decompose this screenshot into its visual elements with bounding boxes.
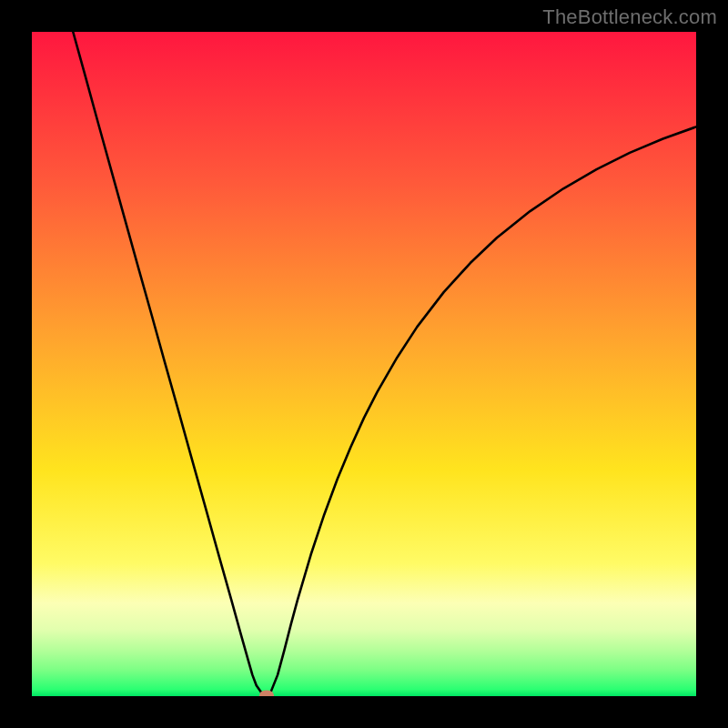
plot-area [32, 32, 696, 696]
chart-frame: TheBottleneck.com [0, 0, 728, 728]
bottleneck-curve [32, 32, 696, 696]
optimal-point-marker [259, 691, 274, 697]
watermark-text: TheBottleneck.com [542, 5, 717, 29]
curve-path [73, 32, 696, 696]
